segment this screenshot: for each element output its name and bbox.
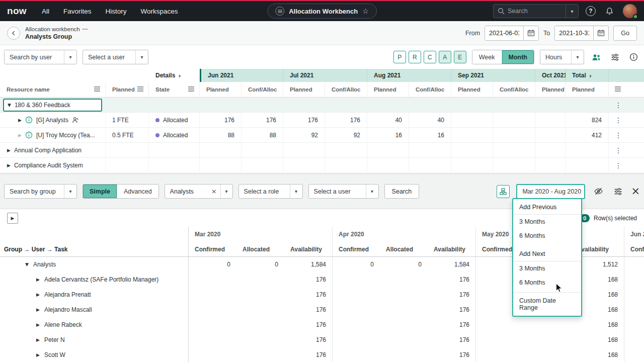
toggle-planned[interactable]: P [393, 51, 406, 63]
more-options-icon[interactable]: ••• [83, 27, 88, 31]
resource-name[interactable]: [U] Troy Mccoy (Tea... [36, 132, 95, 139]
user-name[interactable]: Alejandra Prenatt [44, 291, 91, 298]
daterange-select[interactable]: Mar 2020 - Aug 2020 ▾ [516, 184, 585, 199]
user-name[interactable]: Alejandro Mascall [44, 306, 92, 313]
expand-icon[interactable]: ▶ [7, 148, 11, 153]
nav-item-all[interactable]: All [42, 8, 49, 15]
row-menu-icon[interactable]: ⋮ [615, 131, 622, 139]
user-name[interactable]: Scott W [44, 351, 65, 358]
select-role-select[interactable]: Select a role ▾ [238, 184, 303, 199]
toggle-requested[interactable]: R [409, 51, 421, 63]
menu-item-next-3-months[interactable]: 3 Months [513, 261, 581, 276]
toggle-e[interactable]: E [454, 51, 466, 63]
simple-toggle[interactable]: Simple [83, 185, 117, 198]
workspace-title-pill[interactable]: Allocation Workbench ☆ [267, 4, 377, 19]
info-icon[interactable] [25, 116, 33, 124]
selected-resource-cell[interactable]: ▼ 180 & 360 Feedback [3, 99, 102, 112]
expand-icon[interactable]: ▶ [18, 133, 22, 138]
allocation-table: Details› Jun 2021 Jul 2021 Aug 2021 Sep … [0, 69, 644, 173]
select-user-select[interactable]: Select a user ▾ [308, 184, 379, 199]
from-date-input[interactable] [485, 26, 523, 40]
go-button[interactable]: Go [613, 26, 637, 41]
row-menu-icon[interactable]: ⋮ [615, 146, 622, 154]
to-calendar-icon[interactable] [593, 26, 608, 40]
expand-icon[interactable]: ▶ [36, 307, 40, 312]
collapse-icon[interactable]: ▼ [25, 262, 29, 267]
hide-columns-icon[interactable] [592, 185, 605, 198]
user-name[interactable]: Alene Rabeck [44, 321, 82, 328]
value-cell: 176 [325, 113, 367, 127]
expand-icon[interactable]: ▶ [36, 337, 40, 342]
resource-name[interactable]: Annual Comp Application [14, 147, 82, 154]
resource-name[interactable]: Compliance Audit System [14, 162, 83, 169]
column-menu-icon[interactable] [94, 86, 100, 93]
column-header: Planned [106, 82, 149, 97]
user-name[interactable]: Peter N [44, 336, 65, 343]
expand-icon[interactable]: ▶ [36, 277, 40, 282]
info-icon[interactable] [25, 131, 33, 139]
column-header: Planned [566, 82, 609, 97]
expand-icon[interactable]: ▶ [7, 163, 11, 168]
user-name[interactable]: Adela Cervantsz (SAFe Portfolio Manager) [44, 276, 158, 283]
search-by-user-select[interactable]: Search by user ▾ [4, 50, 77, 64]
toggle-confirmed[interactable]: C [424, 51, 436, 63]
now-logo[interactable]: now [7, 6, 27, 17]
advanced-toggle[interactable]: Advanced [117, 185, 158, 198]
month-header: Aug 2021 [367, 69, 451, 82]
total-toggle[interactable]: Total› [566, 69, 609, 82]
resource-name[interactable]: [G] Analysts [36, 117, 68, 124]
expand-all-button[interactable]: ▶ [7, 213, 18, 224]
value-cell: 40 [367, 113, 409, 127]
select-user-select[interactable]: Select a user ▾ [83, 50, 148, 64]
org-chart-view-button[interactable] [497, 185, 510, 198]
display-settings-icon[interactable] [611, 185, 624, 198]
display-settings-icon[interactable] [608, 51, 621, 64]
breadcrumb-parent[interactable]: Allocation workbench [25, 26, 80, 32]
from-date-field [485, 26, 539, 41]
resource-filter-bar: Search by user ▾ Select a user ▾ P R C A… [0, 45, 644, 69]
expand-icon[interactable]: ▶ [18, 118, 22, 123]
notifications-icon[interactable] [603, 5, 616, 18]
search-input[interactable] [508, 8, 566, 15]
column-menu-icon[interactable] [615, 86, 621, 93]
month-toggle[interactable]: Month [502, 50, 534, 64]
expand-icon[interactable]: ▶ [36, 292, 40, 297]
nav-item-workspaces[interactable]: Workspaces [140, 8, 178, 15]
menu-item-custom-date-range[interactable]: Custom Date Range [513, 292, 581, 316]
info-icon[interactable] [627, 51, 640, 64]
allocate-user-icon[interactable] [72, 117, 78, 123]
expand-icon[interactable]: ▶ [36, 322, 40, 327]
search-by-group-select[interactable]: Search by group ▾ [4, 184, 77, 199]
row-menu-icon[interactable]: ⋮ [615, 116, 622, 124]
week-toggle[interactable]: Week [472, 50, 502, 64]
nav-item-history[interactable]: History [105, 8, 126, 15]
menu-item-prev-3-months[interactable]: 3 Months [513, 215, 581, 229]
units-select[interactable]: Hours ▾ [540, 50, 584, 64]
search-scope-dropdown[interactable]: ▾ [566, 5, 578, 18]
row-menu-icon[interactable]: ⋮ [615, 101, 622, 109]
details-toggle[interactable]: Details› [149, 69, 200, 82]
clear-icon[interactable]: × [208, 188, 220, 195]
resource-name[interactable]: 180 & 360 Feedback [15, 102, 70, 109]
user-avatar[interactable] [623, 4, 637, 18]
group-combobox[interactable]: Analysts × ▾ [165, 184, 233, 199]
resources-icon[interactable] [590, 51, 603, 64]
row-menu-icon[interactable]: ⋮ [615, 161, 622, 169]
expand-icon[interactable]: ▶ [36, 352, 40, 357]
column-menu-icon[interactable] [188, 86, 194, 93]
help-icon[interactable]: ? [586, 6, 596, 16]
menu-item-next-6-months[interactable]: 6 Months [513, 276, 581, 290]
state-cell: Allocated [149, 113, 200, 127]
collapse-icon[interactable]: ▼ [8, 103, 11, 108]
nav-item-favorites[interactable]: Favorites [63, 8, 92, 15]
close-pane-icon[interactable]: × [631, 186, 640, 197]
favorite-star-icon[interactable]: ☆ [362, 7, 369, 15]
back-button[interactable] [7, 27, 20, 40]
to-date-input[interactable] [555, 26, 593, 40]
menu-item-prev-6-months[interactable]: 6 Months [513, 229, 581, 243]
from-calendar-icon[interactable] [523, 26, 538, 40]
column-menu-icon[interactable] [137, 86, 143, 93]
toggle-allocated[interactable]: A [439, 51, 451, 63]
group-name[interactable]: Analysts [33, 261, 56, 268]
search-button[interactable]: Search [384, 184, 420, 199]
